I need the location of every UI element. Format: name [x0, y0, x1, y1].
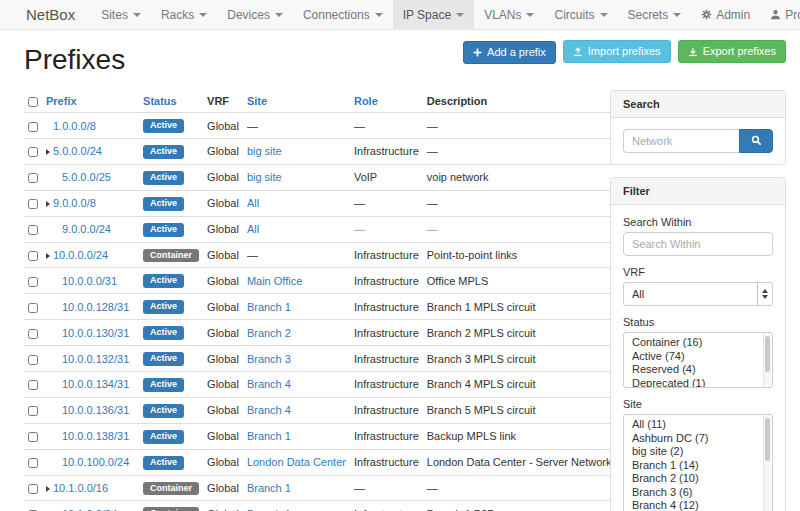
- row-checkbox[interactable]: [28, 173, 38, 183]
- column-header-role[interactable]: Role: [350, 90, 423, 113]
- option-site[interactable]: Branch 4 (12): [632, 499, 758, 511]
- row-checkbox[interactable]: [28, 277, 38, 287]
- prefix-link[interactable]: 10.0.0.130/31: [62, 327, 129, 339]
- description-cell: Branch 5 MPLS circuit: [423, 397, 616, 423]
- site-link[interactable]: Branch 1: [247, 301, 291, 313]
- site-link[interactable]: Main Office: [247, 275, 302, 287]
- add-prefix-label: Add a prefix: [487, 46, 546, 59]
- nav-item-devices[interactable]: Devices: [217, 0, 293, 29]
- description-cell: Backup MPLS link: [423, 423, 616, 449]
- prefix-link[interactable]: 9.0.0.0/8: [53, 197, 96, 209]
- option-site[interactable]: Branch 3 (6): [632, 486, 758, 500]
- caret-down-icon: [673, 13, 681, 17]
- search-input[interactable]: [623, 129, 739, 153]
- site-multiselect[interactable]: All (11)Ashburn DC (7)big site (2)Branch…: [623, 414, 773, 511]
- vrf-cell: Global: [203, 294, 243, 320]
- scrollbar-thumb[interactable]: [765, 418, 770, 461]
- row-checkbox[interactable]: [28, 251, 38, 261]
- site-link[interactable]: All: [247, 197, 259, 209]
- site-link[interactable]: Branch 4: [247, 378, 291, 390]
- prefix-link[interactable]: 10.0.0.132/31: [62, 353, 129, 365]
- column-header-site[interactable]: Site: [243, 90, 350, 113]
- option-site[interactable]: All (11): [632, 418, 758, 432]
- site-link[interactable]: All: [247, 223, 259, 235]
- brand-link[interactable]: NetBox: [26, 0, 75, 29]
- row-checkbox[interactable]: [28, 432, 38, 442]
- status-multiselect[interactable]: Container (16)Active (74)Reserved (4)Dep…: [623, 332, 773, 388]
- prefix-link[interactable]: 10.0.100.0/24: [62, 456, 129, 468]
- nav-item-racks[interactable]: Racks: [151, 0, 217, 29]
- scrollbar-thumb[interactable]: [765, 336, 770, 372]
- option-site[interactable]: Branch 2 (10): [632, 472, 758, 486]
- search-within-input[interactable]: [623, 232, 773, 256]
- column-header-prefix[interactable]: Prefix: [42, 90, 139, 113]
- site-link[interactable]: Branch 1: [247, 482, 291, 494]
- row-checkbox[interactable]: [28, 484, 38, 494]
- vrf-label: VRF: [623, 266, 773, 278]
- nav-item-sites[interactable]: Sites: [91, 0, 151, 29]
- option-status[interactable]: Active (74): [632, 350, 758, 364]
- status-label: Status: [623, 316, 773, 328]
- nav-admin[interactable]: Admin: [691, 0, 760, 29]
- option-site[interactable]: Branch 1 (14): [632, 459, 758, 473]
- vrf-select-value: All: [632, 288, 644, 300]
- export-prefixes-button[interactable]: Export prefixes: [678, 40, 786, 63]
- table-row: 9.0.0.0/24ActiveGlobalAll——: [24, 216, 615, 242]
- site-link[interactable]: Branch 3: [247, 353, 291, 365]
- option-status[interactable]: Container (16): [632, 336, 758, 350]
- search-button[interactable]: [739, 129, 773, 153]
- prefix-link[interactable]: 10.0.0.138/31: [62, 430, 129, 442]
- option-site[interactable]: big site (2): [632, 445, 758, 459]
- prefix-link[interactable]: 9.0.0.0/24: [62, 223, 111, 235]
- site-link[interactable]: London Data Center: [247, 456, 346, 468]
- vrf-select[interactable]: All: [623, 282, 773, 306]
- prefix-link[interactable]: 5.0.0.0/24: [53, 145, 102, 157]
- prefix-link[interactable]: 10.0.0.0/24: [53, 249, 108, 261]
- site-cell: Branch 1: [243, 423, 350, 449]
- row-checkbox[interactable]: [28, 329, 38, 339]
- nav-item-ip-space[interactable]: IP Space: [393, 0, 474, 29]
- prefix-link[interactable]: 10.0.0.134/31: [62, 378, 129, 390]
- option-site[interactable]: Ashburn DC (7): [632, 432, 758, 446]
- prefix-link[interactable]: 10.0.0.136/31: [62, 404, 129, 416]
- row-checkbox[interactable]: [28, 355, 38, 365]
- select-all-checkbox[interactable]: [28, 97, 38, 107]
- prefix-link[interactable]: 1.0.0.0/8: [53, 120, 96, 132]
- prefix-table: PrefixStatusVRFSiteRoleDescription 1.0.0…: [24, 90, 615, 511]
- row-checkbox[interactable]: [28, 122, 38, 132]
- description-cell: —: [423, 475, 616, 501]
- site-link[interactable]: Branch 1: [247, 430, 291, 442]
- site-link[interactable]: big site: [247, 171, 282, 183]
- scrollbar: [763, 334, 771, 386]
- site-link[interactable]: Branch 4: [247, 404, 291, 416]
- row-checkbox[interactable]: [28, 380, 38, 390]
- row-checkbox[interactable]: [28, 406, 38, 416]
- filter-panel-title: Filter: [611, 178, 785, 205]
- vrf-cell: Global: [203, 164, 243, 190]
- add-prefix-button[interactable]: Add a prefix: [463, 41, 556, 64]
- nav-item-secrets[interactable]: Secrets: [618, 0, 692, 29]
- nav-item-vlans[interactable]: VLANs: [474, 0, 544, 29]
- nav-item-connections[interactable]: Connections: [293, 0, 393, 29]
- site-link[interactable]: Branch 2: [247, 327, 291, 339]
- option-status[interactable]: Deprecated (1): [632, 377, 758, 389]
- description-cell: Branch 1 P2P: [423, 501, 616, 511]
- row-checkbox[interactable]: [28, 225, 38, 235]
- row-checkbox[interactable]: [28, 303, 38, 313]
- prefix-link[interactable]: 10.1.0.0/16: [53, 482, 108, 494]
- role-cell: —: [350, 113, 423, 139]
- prefix-link[interactable]: 10.0.0.0/31: [62, 275, 117, 287]
- option-status[interactable]: Reserved (4): [632, 363, 758, 377]
- prefix-link[interactable]: 5.0.0.0/25: [62, 171, 111, 183]
- import-prefixes-button[interactable]: Import prefixes: [563, 40, 671, 63]
- column-header-status[interactable]: Status: [139, 90, 203, 113]
- prefix-link[interactable]: 10.0.0.128/31: [62, 301, 129, 313]
- site-link[interactable]: big site: [247, 145, 282, 157]
- row-checkbox[interactable]: [28, 147, 38, 157]
- table-row: 1.0.0.0/8ActiveGlobal———: [24, 113, 615, 139]
- nav-item-circuits[interactable]: Circuits: [544, 0, 617, 29]
- row-checkbox[interactable]: [28, 458, 38, 468]
- nav-profile[interactable]: Profile: [760, 0, 800, 29]
- search-panel: Search: [610, 90, 786, 165]
- row-checkbox[interactable]: [28, 199, 38, 209]
